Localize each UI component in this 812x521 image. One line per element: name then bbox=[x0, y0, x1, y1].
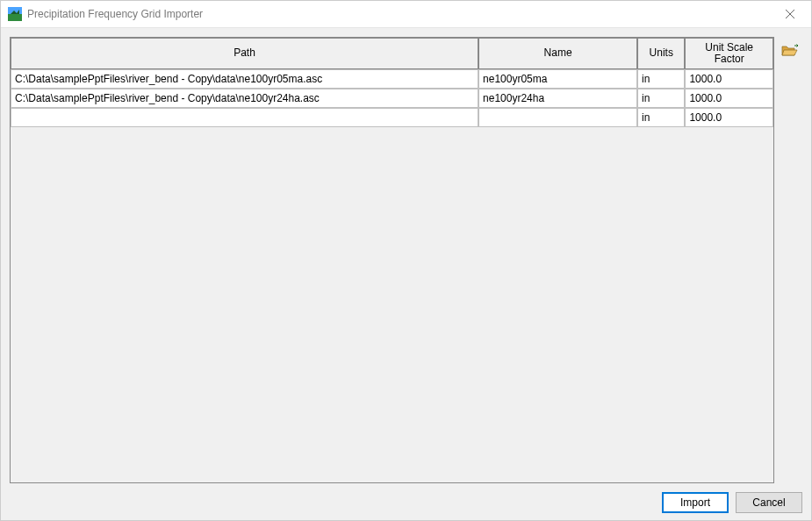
titlebar: Precipitation Frequency Grid Importer bbox=[1, 1, 811, 27]
svg-marker-6 bbox=[782, 50, 797, 55]
table-row[interactable]: C:\Data\samplePptFiles\river_bend - Copy… bbox=[11, 69, 773, 89]
content-row: Path Name Units Unit Scale Factor C:\Dat… bbox=[10, 37, 802, 483]
cell-units[interactable]: in bbox=[637, 108, 685, 127]
col-header-path[interactable]: Path bbox=[11, 38, 478, 69]
table-row[interactable]: in 1000.0 bbox=[11, 108, 773, 127]
grid-table[interactable]: Path Name Units Unit Scale Factor C:\Dat… bbox=[11, 38, 773, 127]
cell-scale[interactable]: 1000.0 bbox=[685, 69, 773, 89]
table-row[interactable]: C:\Data\samplePptFiles\river_bend - Copy… bbox=[11, 89, 773, 108]
col-header-units[interactable]: Units bbox=[637, 38, 685, 69]
cancel-button[interactable]: Cancel bbox=[736, 492, 802, 513]
cell-scale[interactable]: 1000.0 bbox=[685, 108, 773, 127]
window-title: Precipitation Frequency Grid Importer bbox=[27, 8, 203, 20]
import-button[interactable]: Import bbox=[662, 492, 729, 513]
cell-name[interactable]: ne100yr24ha bbox=[478, 89, 637, 108]
dialog-button-row: Import Cancel bbox=[10, 483, 802, 513]
app-icon bbox=[8, 7, 22, 21]
cell-units[interactable]: in bbox=[637, 89, 685, 108]
side-toolbar bbox=[780, 37, 802, 483]
window-close-button[interactable] bbox=[771, 2, 809, 26]
table-header-row: Path Name Units Unit Scale Factor bbox=[11, 38, 773, 69]
col-header-name[interactable]: Name bbox=[478, 38, 637, 69]
cell-units[interactable]: in bbox=[637, 69, 685, 89]
cell-name[interactable]: ne100yr05ma bbox=[478, 69, 637, 89]
folder-open-icon bbox=[781, 44, 799, 58]
cell-scale[interactable]: 1000.0 bbox=[685, 89, 773, 108]
cell-path[interactable] bbox=[11, 108, 478, 127]
close-icon bbox=[786, 10, 794, 18]
col-header-scale[interactable]: Unit Scale Factor bbox=[685, 38, 773, 69]
client-area: Path Name Units Unit Scale Factor C:\Dat… bbox=[1, 27, 811, 520]
browse-button[interactable] bbox=[780, 40, 801, 61]
dialog-window: Precipitation Frequency Grid Importer Pa… bbox=[0, 0, 812, 521]
cell-name[interactable] bbox=[478, 108, 637, 127]
cell-path[interactable]: C:\Data\samplePptFiles\river_bend - Copy… bbox=[11, 69, 478, 89]
cell-path[interactable]: C:\Data\samplePptFiles\river_bend - Copy… bbox=[11, 89, 478, 108]
svg-rect-1 bbox=[8, 14, 22, 21]
grid-table-container: Path Name Units Unit Scale Factor C:\Dat… bbox=[10, 37, 774, 483]
